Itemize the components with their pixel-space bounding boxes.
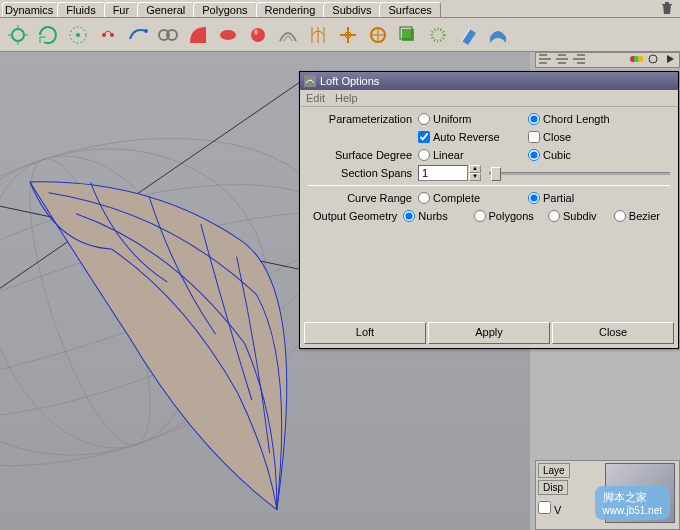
align-center-icon[interactable] — [555, 53, 569, 65]
svg-point-0 — [12, 29, 24, 41]
display-tab[interactable]: Disp — [538, 480, 568, 495]
trash-icon[interactable] — [660, 1, 674, 17]
tab-surfaces[interactable]: Surfaces — [379, 2, 440, 17]
radio-nurbs[interactable]: Nurbs — [403, 210, 463, 222]
tab-fur[interactable]: Fur — [104, 2, 139, 17]
palette-icon[interactable] — [629, 53, 643, 65]
shelf-btn-3[interactable] — [64, 21, 92, 49]
tab-fluids[interactable]: Fluids — [57, 2, 104, 17]
shelf-btn-11[interactable] — [304, 21, 332, 49]
svg-point-27 — [649, 55, 657, 63]
tab-general[interactable]: General — [137, 2, 194, 17]
label-curve-range: Curve Range — [308, 192, 418, 204]
tab-dynamics[interactable]: Dynamics — [2, 2, 58, 17]
shelf-btn-2[interactable] — [34, 21, 62, 49]
close-button[interactable]: Close — [552, 322, 674, 344]
shelf-btn-12[interactable] — [334, 21, 362, 49]
radio-partial[interactable]: Partial — [528, 192, 574, 204]
tab-subdivs[interactable]: Subdivs — [323, 2, 380, 17]
align-right-icon[interactable] — [572, 53, 586, 65]
menu-help[interactable]: Help — [335, 92, 358, 104]
shelf-btn-5[interactable] — [124, 21, 152, 49]
svg-point-9 — [251, 28, 265, 42]
label-section-spans: Section Spans — [308, 167, 418, 179]
loft-options-dialog: Loft Options Edit Help Parameterization … — [299, 71, 679, 349]
play-icon[interactable] — [663, 53, 677, 65]
radio-subdiv[interactable]: Subdiv — [548, 210, 604, 222]
right-icon-strip — [535, 52, 680, 68]
svg-point-1 — [76, 33, 80, 37]
section-spans-input[interactable] — [418, 165, 468, 181]
align-left-icon[interactable] — [538, 53, 552, 65]
radio-linear[interactable]: Linear — [418, 149, 518, 161]
tab-rendering[interactable]: Rendering — [256, 2, 325, 17]
dialog-titlebar[interactable]: Loft Options — [300, 72, 678, 90]
section-spans-slider[interactable] — [489, 165, 670, 181]
radio-cubic[interactable]: Cubic — [528, 149, 571, 161]
svg-point-5 — [144, 29, 148, 33]
check-close[interactable]: Close — [528, 131, 571, 143]
vis-checkbox[interactable] — [538, 501, 551, 514]
dialog-title: Loft Options — [320, 75, 379, 87]
shelf-btn-10[interactable] — [274, 21, 302, 49]
radio-bezier[interactable]: Bezier — [614, 210, 660, 222]
shelf-tabs: Dynamics Fluids Fur General Polygons Ren… — [0, 0, 680, 18]
svg-point-8 — [220, 30, 236, 40]
watermark: 脚本之家 www.jb51.net — [595, 486, 670, 520]
radio-polygons[interactable]: Polygons — [474, 210, 538, 222]
shelf-btn-6[interactable] — [154, 21, 182, 49]
shelf-btn-14[interactable] — [394, 21, 422, 49]
svg-point-15 — [432, 29, 444, 41]
shelf-btn-16[interactable] — [454, 21, 482, 49]
shelf-btn-4[interactable] — [94, 21, 122, 49]
svg-point-10 — [254, 29, 258, 35]
shelf-btn-13[interactable] — [364, 21, 392, 49]
shelf-btn-1[interactable] — [4, 21, 32, 49]
label-parameterization: Parameterization — [308, 113, 418, 125]
check-auto-reverse[interactable]: Auto Reverse — [418, 131, 518, 143]
radio-chord-length[interactable]: Chord Length — [528, 113, 610, 125]
tab-polygons[interactable]: Polygons — [193, 2, 256, 17]
apply-button[interactable]: Apply — [428, 322, 550, 344]
circle-icon[interactable] — [646, 53, 660, 65]
section-spans-spinner[interactable]: ▲▼ — [469, 165, 481, 181]
app-icon — [304, 75, 316, 87]
dialog-menu: Edit Help — [300, 90, 678, 107]
shelf-btn-17[interactable] — [484, 21, 512, 49]
shelf-btn-15[interactable] — [424, 21, 452, 49]
shelf-btn-8[interactable] — [214, 21, 242, 49]
layers-tab[interactable]: Laye — [538, 463, 570, 478]
radio-complete[interactable]: Complete — [418, 192, 518, 204]
shelf-btn-7[interactable] — [184, 21, 212, 49]
radio-uniform[interactable]: Uniform — [418, 113, 518, 125]
shelf-toolbar — [0, 18, 680, 52]
loft-button[interactable]: Loft — [304, 322, 426, 344]
label-output-geometry: Output Geometry — [308, 210, 403, 222]
shelf-btn-9[interactable] — [244, 21, 272, 49]
svg-rect-28 — [304, 75, 316, 87]
label-surface-degree: Surface Degree — [308, 149, 418, 161]
menu-edit[interactable]: Edit — [306, 92, 325, 104]
